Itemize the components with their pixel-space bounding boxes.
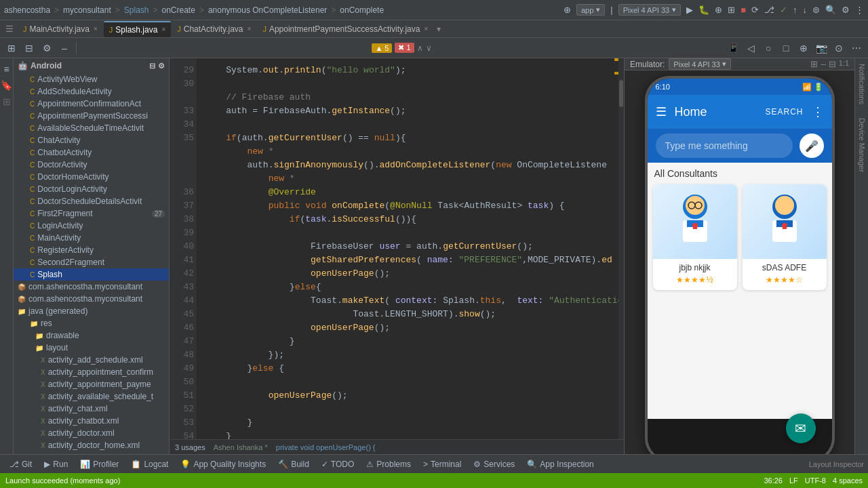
profile-icon[interactable]: ⊞	[728, 5, 735, 15]
fold-icon[interactable]: ⊟	[22, 41, 37, 56]
more-actions-icon[interactable]: ⋯	[849, 41, 864, 56]
sidebar-item-drawable[interactable]: 📁 drawable	[14, 329, 169, 342]
sidebar-item-pkg1[interactable]: 📦 com.ashencostha.myconsultant	[14, 281, 169, 293]
sidebar-item-xml-3[interactable]: X activity_appointment_payme	[14, 378, 169, 390]
phone-more-icon[interactable]: ⋮	[812, 104, 824, 119]
sidebar-item-xml-8[interactable]: X activity_doctor_home.xml	[14, 439, 169, 451]
nav-up-icon[interactable]: ∧	[417, 43, 423, 53]
bottom-tab-terminal[interactable]: > Terminal	[418, 458, 467, 470]
device-dropdown[interactable]: Pixel 4 API 33 ▾	[618, 4, 682, 16]
close-icon-3[interactable]: ×	[248, 25, 252, 33]
bottom-tab-profiler[interactable]: 📊 Profiler	[75, 458, 124, 470]
android-expand-icon[interactable]: ☰	[3, 24, 16, 34]
phone-mic-icon[interactable]: 🎤	[800, 134, 824, 158]
bottom-tab-appinspection[interactable]: 🔍 App Inspection	[521, 458, 599, 470]
bottom-tab-build[interactable]: 🔨 Build	[273, 458, 315, 470]
breadcrumb-item-5[interactable]: anonymous OnCompleteListener	[208, 5, 327, 15]
breadcrumb-item-3[interactable]: Splash	[124, 5, 149, 15]
more-tabs-icon[interactable]: ▾	[434, 24, 443, 34]
breadcrumb-item-6[interactable]: onComplete	[340, 5, 384, 15]
code-text[interactable]: System.out.println("hello world"); // Fi…	[197, 58, 624, 439]
record-icon[interactable]: ⊙	[831, 41, 846, 56]
bottom-tab-git[interactable]: ⎇ Git	[4, 458, 37, 470]
sidebar-expand-icon[interactable]: ⊟	[149, 62, 155, 70]
bottom-tab-logcat[interactable]: 📋 Logcat	[125, 458, 174, 470]
run-icon[interactable]: ▶	[686, 5, 693, 15]
sidebar-item-appointmentpayment[interactable]: C AppointmentPaymentSuccessi	[14, 110, 169, 122]
search-icon[interactable]: 🔍	[825, 5, 836, 15]
nav-down-icon[interactable]: ∨	[426, 43, 432, 53]
device-controls-icon[interactable]: 📱	[726, 41, 741, 56]
sidebar-item-activitywebview[interactable]: C ActivityWebView	[14, 73, 169, 85]
code-editor[interactable]: 29 30 33 34 35 36 37 38 39 40 41 42 43 4…	[170, 58, 624, 454]
sidebar-item-res[interactable]: 📁 res	[14, 317, 169, 329]
sidebar-item-java-generated[interactable]: 📁 java (generated)	[14, 305, 169, 317]
pull-icon[interactable]: ↓	[803, 5, 808, 15]
phone-search-box[interactable]: Type me something	[656, 134, 793, 158]
app-dropdown[interactable]: app ▾	[576, 4, 605, 16]
sidebar-item-doctorhome[interactable]: C DoctorHomeActivity	[14, 171, 169, 183]
close-icon-1[interactable]: ×	[94, 25, 98, 33]
minimize-icon[interactable]: –	[57, 41, 72, 56]
app-icon[interactable]: ⊕	[564, 5, 571, 15]
home-icon[interactable]: ○	[761, 41, 776, 56]
sidebar-item-doctor[interactable]: C DoctorActivity	[14, 159, 169, 171]
rotate-icon[interactable]: ⊕	[796, 41, 811, 56]
sidebar-item-register[interactable]: C RegisterActivity	[14, 244, 169, 256]
bottom-tab-appquality[interactable]: 💡 App Quality Insights	[175, 458, 271, 470]
push-icon[interactable]: ↑	[793, 5, 797, 15]
tab-appointment[interactable]: J AppointmentPaymentSuccessActivity.java…	[257, 21, 433, 37]
maximize-icon[interactable]: ⊞	[810, 59, 818, 69]
breadcrumb-item-2[interactable]: myconsultant	[63, 5, 111, 15]
sidebar-item-second2fragment[interactable]: C Second2Fragment	[14, 256, 169, 268]
code-content[interactable]: 29 30 33 34 35 36 37 38 39 40 41 42 43 4…	[170, 58, 624, 439]
structure-side-icon[interactable]: ⊞	[3, 96, 11, 107]
sidebar-item-addschedule[interactable]: C AddScheduleActivity	[14, 85, 169, 98]
sidebar-item-chatactivity[interactable]: C ChatActivity	[14, 134, 169, 146]
warning-badge[interactable]: ▲ 5	[372, 43, 392, 53]
sidebar-item-availableschedule[interactable]: C AvailableScheduleTimeActivit	[14, 122, 169, 134]
breadcrumb-item-1[interactable]: ashencostha	[4, 5, 50, 15]
sidebar-item-first2fragment[interactable]: C First2Fragment 27	[14, 207, 169, 220]
breadcrumb-item-4[interactable]: onCreate	[162, 5, 195, 15]
tab-chatactivity[interactable]: J ChatActivity.java ×	[172, 21, 256, 37]
close-icon-4[interactable]: ×	[424, 25, 428, 33]
sidebar-settings-icon[interactable]: ⚙	[158, 62, 165, 70]
bottom-tab-services[interactable]: ⚙ Services	[468, 458, 520, 470]
sidebar-item-splash[interactable]: C Splash	[14, 268, 169, 281]
checkmark-icon[interactable]: ✓	[780, 5, 787, 15]
phone-search-btn[interactable]: SEARCH	[765, 107, 803, 117]
sidebar-item-doctorlogin[interactable]: C DoctorLoginActivity	[14, 183, 169, 195]
debug-icon[interactable]: 🐛	[698, 5, 709, 15]
sidebar-item-doctorschedule[interactable]: C DoctorScheduleDetailsActivit	[14, 195, 169, 207]
error-badge[interactable]: ✖ 1	[395, 43, 414, 53]
layout-icon[interactable]: ⊟	[829, 59, 836, 69]
git-icon[interactable]: ⎇	[764, 5, 774, 15]
sidebar-item-xml-2[interactable]: X activity_appointment_confirm	[14, 366, 169, 378]
more-icon[interactable]: ⋮	[855, 5, 864, 15]
sidebar-item-xml-4[interactable]: X activity_available_schedule_t	[14, 390, 169, 403]
emulator-selector[interactable]: Pixel 4 API 33 ▾	[669, 58, 731, 70]
stop-icon[interactable]: ■	[741, 5, 746, 15]
screenshot-icon[interactable]: 📷	[814, 41, 829, 56]
sidebar-item-xml-1[interactable]: X activity_add_schedule.xml	[14, 354, 169, 366]
project-icon[interactable]: ≡	[3, 64, 9, 75]
bottom-tab-run[interactable]: ▶ Run	[39, 458, 73, 470]
tab-mainactivity[interactable]: J MainActivity.java ×	[18, 21, 103, 37]
back-icon[interactable]: ◁	[743, 41, 758, 56]
minimize-icon-emu[interactable]: –	[821, 59, 825, 69]
bottom-tab-problems[interactable]: ⚠ Problems	[361, 458, 416, 470]
consultant-card-2[interactable]: sDAS ADFE ★★★★☆	[743, 184, 827, 290]
coverage-icon[interactable]: ⊕	[715, 5, 722, 15]
phone-content[interactable]: All Consultants	[648, 163, 832, 419]
sidebar-item-xml-5[interactable]: X activity_chat.xml	[14, 403, 169, 415]
sidebar-item-chatbot[interactable]: C ChatbotActivity	[14, 146, 169, 159]
sidebar-item-xml-6[interactable]: X activity_chatbot.xml	[14, 415, 169, 427]
recent-icon[interactable]: □	[778, 41, 793, 56]
tab-splash[interactable]: J Splash.java ×	[104, 21, 171, 37]
sidebar-item-layout[interactable]: 📁 layout	[14, 342, 169, 354]
layout-inspector-label[interactable]: Layout Inspector	[809, 460, 864, 468]
device-manager-icon[interactable]: Device Manager	[858, 118, 866, 172]
phone-fab[interactable]: ✉	[786, 413, 816, 443]
sidebar-item-pkg2[interactable]: 📦 com.ashencostha.myconsultant	[14, 293, 169, 305]
